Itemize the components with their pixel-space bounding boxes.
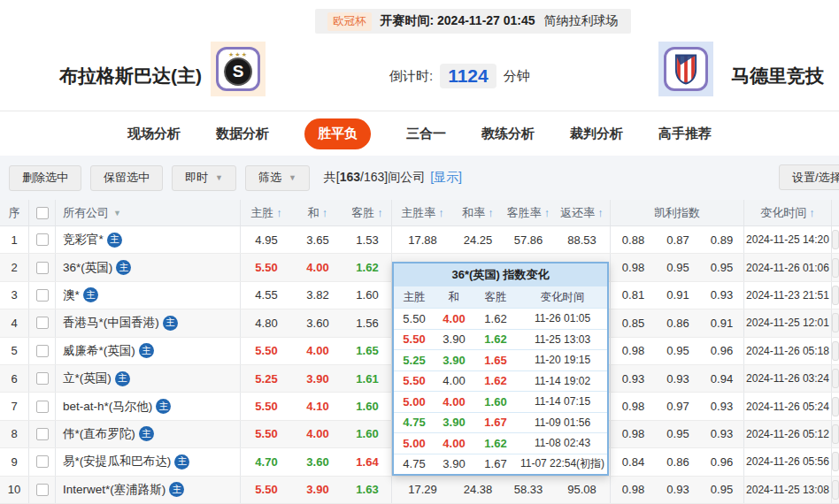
company-name[interactable]: 36*(英国) xyxy=(63,260,112,276)
row-checkbox[interactable] xyxy=(36,233,49,246)
home-odds-cell[interactable]: 4.70 xyxy=(241,448,292,475)
row-checkbox[interactable] xyxy=(36,455,49,468)
draw-odds-cell[interactable]: 4.00 xyxy=(292,421,343,447)
trend-button-clipped[interactable] xyxy=(832,424,839,444)
company-name[interactable]: 威廉希*(英国) xyxy=(63,343,135,359)
row-checkbox[interactable] xyxy=(36,484,49,496)
away-odds-cell[interactable]: 1.65 xyxy=(343,338,392,364)
row-checkbox[interactable] xyxy=(36,345,49,357)
away-odds-cell[interactable]: 1.61 xyxy=(343,365,392,392)
header-draw-odds[interactable]: 和↑ xyxy=(292,200,343,225)
trend-button-clipped[interactable] xyxy=(832,258,839,278)
sort-asc-icon: ↑ xyxy=(377,206,383,219)
draw-odds-cell[interactable]: 3.60 xyxy=(292,309,343,336)
header-away-odds[interactable]: 客胜↑ xyxy=(343,200,392,225)
popup-home-odds: 5.50 xyxy=(394,332,435,346)
popup-draw-odds: 4.00 xyxy=(435,395,473,409)
table-row: 1竞彩官*主4.953.651.5317.8824.2557.8688.530.… xyxy=(0,226,839,254)
company-name[interactable]: 香港马*(中国香港) xyxy=(63,315,159,331)
company-name[interactable]: 伟*(直布罗陀) xyxy=(63,426,135,442)
trend-button-clipped[interactable] xyxy=(832,230,839,249)
home-odds-cell[interactable]: 5.50 xyxy=(241,338,292,364)
row-checkbox[interactable] xyxy=(36,428,49,440)
row-checkbox[interactable] xyxy=(36,401,49,413)
sort-asc-icon: ↑ xyxy=(438,206,444,219)
popup-away-odds: 1.62 xyxy=(473,374,518,387)
select-all-checkbox[interactable] xyxy=(36,207,49,219)
draw-odds-cell[interactable]: 3.65 xyxy=(292,226,343,253)
away-odds-cell[interactable]: 1.63 xyxy=(343,477,392,503)
header-home-rate[interactable]: 主胜率↑ xyxy=(392,200,453,225)
popup-draw-odds: 4.00 xyxy=(435,437,473,450)
popup-header-row: 主胜 和 客胜 变化时间 xyxy=(394,286,607,308)
show-link[interactable]: [显示] xyxy=(430,170,462,186)
company-name[interactable]: Interwet*(塞浦路斯) xyxy=(63,482,165,498)
kelly-cell: 0.95 xyxy=(656,338,700,364)
tab-live[interactable]: 现场分析 xyxy=(127,126,181,142)
settings-select-button[interactable]: 设置/选择 xyxy=(779,164,839,190)
row-checkbox[interactable] xyxy=(36,262,49,274)
home-odds-cell[interactable]: 5.50 xyxy=(241,254,292,280)
away-odds-cell[interactable]: 1.56 xyxy=(343,309,392,336)
away-odds-cell[interactable]: 1.60 xyxy=(343,421,392,447)
draw-odds-cell[interactable]: 3.60 xyxy=(292,448,343,475)
row-checkbox[interactable] xyxy=(36,289,49,302)
away-odds-cell[interactable]: 1.60 xyxy=(343,282,392,309)
company-cell: Interwet*(塞浦路斯)主 xyxy=(56,477,241,503)
tab-coach[interactable]: 教练分析 xyxy=(481,126,535,142)
home-odds-cell[interactable]: 4.95 xyxy=(241,226,292,253)
sort-asc-icon: ↑ xyxy=(322,206,328,219)
away-odds-cell[interactable]: 1.62 xyxy=(343,254,392,280)
company-name[interactable]: 立*(英国) xyxy=(63,370,112,386)
header-company[interactable]: 所有公司 ▼ xyxy=(56,200,241,225)
header-away-rate[interactable]: 客胜率↑ xyxy=(503,200,554,225)
trend-button-clipped[interactable] xyxy=(832,341,839,361)
header-home-odds[interactable]: 主胜↑ xyxy=(241,200,292,225)
home-odds-cell[interactable]: 4.80 xyxy=(241,309,292,336)
tab-expert[interactable]: 高手推荐 xyxy=(658,126,712,142)
trend-button-clipped[interactable] xyxy=(832,480,839,500)
home-odds-cell[interactable]: 5.25 xyxy=(241,365,292,392)
away-odds-cell[interactable]: 1.64 xyxy=(343,448,392,475)
header-change-time[interactable]: 变化时间↑ xyxy=(744,200,832,225)
tab-data[interactable]: 数据分析 xyxy=(216,126,269,142)
company-name[interactable]: 澳* xyxy=(63,287,80,303)
trend-button-clipped[interactable] xyxy=(832,286,839,305)
home-odds-cell[interactable]: 5.50 xyxy=(241,477,292,503)
tab-three[interactable]: 三合一 xyxy=(406,126,446,142)
draw-odds-cell[interactable]: 3.90 xyxy=(292,477,343,503)
checkbox-cell xyxy=(29,477,56,503)
draw-odds-cell[interactable]: 3.90 xyxy=(292,365,343,392)
home-odds-cell[interactable]: 4.55 xyxy=(241,282,292,309)
instant-dropdown[interactable]: 即时 ▼ xyxy=(172,165,236,191)
tab-wdl[interactable]: 胜平负 xyxy=(304,118,371,149)
trend-button-clipped[interactable] xyxy=(832,452,839,471)
away-odds-cell[interactable]: 1.53 xyxy=(343,226,392,253)
company-name[interactable]: 易*(安提瓜和巴布达) xyxy=(63,454,171,470)
home-odds-cell[interactable]: 5.50 xyxy=(241,421,292,447)
draw-odds-cell[interactable]: 4.00 xyxy=(292,254,343,280)
kelly-cell: 0.93 xyxy=(700,421,744,447)
filter-dropdown[interactable]: 筛选 ▼ xyxy=(245,165,310,191)
company-name[interactable]: 竞彩官* xyxy=(63,232,104,248)
home-odds-cell[interactable]: 5.50 xyxy=(241,393,292,419)
away-odds-cell[interactable]: 1.60 xyxy=(343,393,392,419)
draw-odds-cell[interactable]: 4.00 xyxy=(292,338,343,364)
header-company-label: 所有公司 xyxy=(63,205,109,221)
tab-referee[interactable]: 裁判分析 xyxy=(570,126,623,142)
trend-button-clipped[interactable] xyxy=(832,397,839,416)
row-checkbox[interactable] xyxy=(36,317,49,329)
popup-change-time: 11-14 19:02 xyxy=(518,375,607,387)
header-return-rate[interactable]: 返还率↑ xyxy=(554,200,611,225)
trend-button-clipped[interactable] xyxy=(832,369,839,388)
trend-button-clipped[interactable] xyxy=(832,313,839,332)
header-draw-rate[interactable]: 和率↑ xyxy=(453,200,503,225)
keep-selected-button[interactable]: 保留选中 xyxy=(90,165,163,191)
draw-odds-cell[interactable]: 3.82 xyxy=(292,282,343,309)
kickoff-time: 开赛时间: 2024-11-27 01:45 xyxy=(381,13,535,29)
draw-odds-cell[interactable]: 4.10 xyxy=(292,393,343,419)
delete-selected-button[interactable]: 删除选中 xyxy=(9,165,81,191)
home-badge-icon: 主 xyxy=(174,454,189,470)
row-checkbox[interactable] xyxy=(36,372,49,385)
company-name[interactable]: bet-at-h*(马尔他) xyxy=(63,399,152,415)
